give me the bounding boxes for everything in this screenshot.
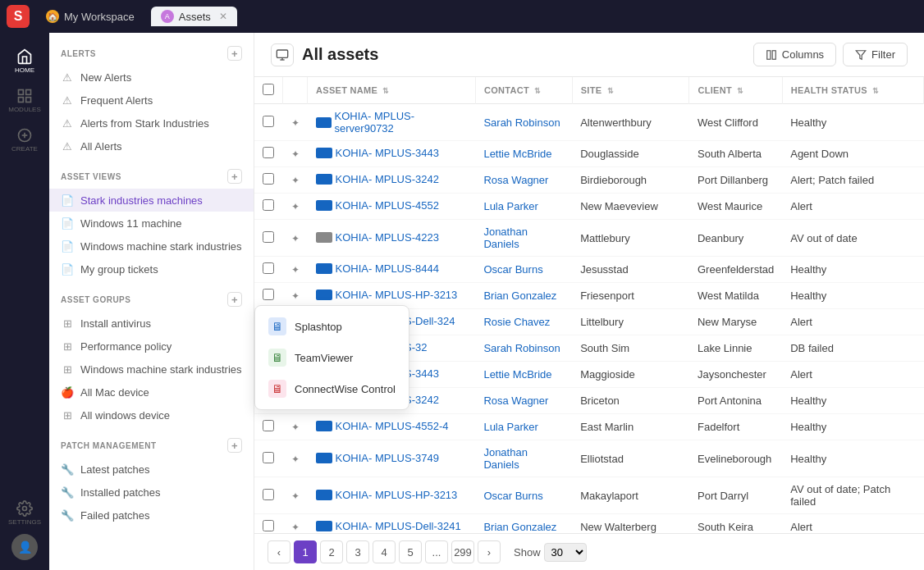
row-checkbox[interactable] (263, 262, 274, 274)
asset-views-section: ASSET VIEWS + 📄 Stark industries machine… (49, 164, 254, 280)
show-count-select[interactable]: 30 50 100 (544, 543, 587, 562)
asset-name-link[interactable]: KOHIA- MPLUS-4552-4 (336, 420, 449, 432)
page-1-button[interactable]: 1 (294, 540, 317, 563)
win-stark-icon: 📄 (61, 239, 74, 253)
show-select-wrap: Show 30 50 100 (514, 543, 587, 562)
user-avatar[interactable]: 👤 (11, 534, 38, 560)
health-cell: AV out of date; Patch failed (782, 477, 923, 514)
sidebar-item-stark-alerts[interactable]: ⚠ Alerts from Stark Industries (49, 112, 254, 135)
site-cell: Jesusstad (572, 257, 689, 283)
nav-settings[interactable]: SETTINGS (7, 495, 43, 531)
page-3-button[interactable]: 3 (346, 540, 369, 563)
sidebar-item-stark-machines[interactable]: 📄 Stark industries machines (49, 189, 254, 212)
asset-name-link[interactable]: KOHIA- MPLUS-server90732 (335, 110, 468, 135)
nav-create[interactable]: CREATE (7, 121, 43, 157)
sidebar-item-antivirus[interactable]: ⊞ Install antivirus (49, 312, 254, 335)
page-title-wrap: All assets (271, 43, 378, 66)
asset-views-add-button[interactable]: + (227, 169, 242, 184)
sidebar-item-group-tickets[interactable]: 📄 My group tickets (49, 258, 254, 280)
prev-page-button[interactable]: ‹ (268, 540, 290, 563)
health-cell: Alert (782, 194, 923, 220)
sidebar-item-win-stark[interactable]: 📄 Windows machine stark industries (49, 235, 254, 258)
sidebar-item-win-stark-group[interactable]: ⊞ Windows machine stark industries (49, 358, 254, 381)
asset-name-link[interactable]: KOHIA- MPLUS-HP-3213 (336, 489, 458, 501)
splashtop-option[interactable]: 🖥 Splashtop (255, 311, 409, 342)
columns-button[interactable]: Columns (753, 43, 836, 66)
sidebar-item-win11[interactable]: 📄 Windows 11 machine (49, 212, 254, 235)
asset-name-link[interactable]: KOHIA- MPLUS-HP-3213 (336, 289, 458, 301)
contact-cell: Jonathan Daniels (475, 440, 572, 477)
asset-name-link[interactable]: KOHIA- MPLUS-Dell-3241 (336, 520, 461, 532)
asset-name-link[interactable]: KOHIA- MPLUS-4223 (336, 231, 439, 244)
row-checkbox[interactable] (263, 289, 274, 300)
table-row: ✦ KOHIA- MPLUS-4552 Lula Parker New Maev… (254, 194, 924, 220)
status-icon: ✦ (291, 233, 300, 244)
table-row: ✦ KOHIA- MPLUS-8444 Oscar Burns Jesussta… (254, 257, 924, 283)
col-client: CLIENT ⇅ (689, 77, 782, 104)
row-checkbox[interactable] (263, 452, 274, 463)
site-cell: Elliotstad (572, 440, 689, 477)
col-contact: CONTACT ⇅ (475, 77, 572, 104)
asset-type-icon (316, 290, 332, 300)
row-checkbox[interactable] (263, 231, 274, 243)
asset-name-link[interactable]: KOHIA- MPLUS-4552 (336, 199, 439, 212)
sidebar-item-all-alerts[interactable]: ⚠ All Alerts (49, 135, 254, 157)
next-page-button[interactable]: › (478, 540, 501, 563)
asset-type-icon (316, 521, 332, 531)
svg-rect-8 (277, 50, 287, 57)
all-mac-icon: 🍎 (61, 385, 74, 399)
all-alert-icon: ⚠ (61, 139, 74, 153)
table-row: ✦ KOHIA- MPLUS-4223 Jonathan Daniels Mat… (254, 220, 924, 257)
antivirus-icon: ⊞ (61, 317, 74, 330)
teamviewer-option[interactable]: 🖥 TeamViewer (255, 342, 409, 373)
asset-type-icon (316, 174, 332, 185)
page-299-button[interactable]: 299 (451, 540, 474, 563)
assets-tab-close[interactable]: ✕ (219, 11, 227, 22)
tab-my-workspace[interactable]: 🏠 My Workspace (36, 7, 144, 26)
all-mac-label: All Mac device (80, 386, 149, 399)
content-header: All assets Columns Filter (254, 33, 924, 77)
sidebar-item-all-mac[interactable]: 🍎 All Mac device (49, 381, 254, 404)
sidebar-item-latest-patches[interactable]: 🔧 Latest patches (49, 458, 254, 481)
nav-home[interactable]: HOME (7, 43, 43, 79)
svg-rect-12 (772, 50, 775, 59)
tab-assets[interactable]: A Assets ✕ (151, 7, 237, 26)
sidebar-item-perf-policy[interactable]: ⊞ Performance policy (49, 335, 254, 358)
asset-name-link[interactable]: KOHIA- MPLUS-8444 (336, 262, 439, 275)
site-cell: Briceton (572, 388, 689, 414)
status-icon: ✦ (291, 201, 300, 212)
asset-type-icon (316, 232, 332, 243)
asset-name-link[interactable]: KOHIA- MPLUS-3443 (336, 147, 439, 159)
connectwise-option[interactable]: 🖥 ConnectWise Control (255, 373, 409, 404)
alerts-add-button[interactable]: + (227, 46, 242, 61)
row-checkbox[interactable] (263, 173, 274, 185)
row-checkbox[interactable] (263, 147, 274, 158)
health-cell: DB failed (782, 335, 923, 362)
page-2-button[interactable]: 2 (320, 540, 343, 563)
filter-button[interactable]: Filter (843, 43, 908, 66)
sidebar-item-all-windows[interactable]: ⊞ All windows device (49, 404, 254, 426)
nav-modules[interactable]: MODULES (7, 82, 43, 118)
sidebar-item-failed-patches[interactable]: 🔧 Failed patches (49, 504, 254, 527)
svg-rect-2 (19, 97, 24, 102)
asset-name-link[interactable]: KOHIA- MPLUS-3242 (336, 173, 439, 185)
page-4-button[interactable]: 4 (373, 540, 396, 563)
row-checkbox[interactable] (263, 116, 274, 127)
asset-groups-add-button[interactable]: + (227, 292, 242, 307)
row-checkbox[interactable] (263, 199, 274, 211)
sidebar-item-frequent-alerts[interactable]: ⚠ Frequent Alerts (49, 89, 254, 112)
sidebar-item-new-alerts[interactable]: ⚠ New Alerts (49, 66, 254, 89)
sidebar-item-installed-patches[interactable]: 🔧 Installed patches (49, 481, 254, 504)
site-cell: South Sim (572, 335, 689, 362)
row-checkbox[interactable] (263, 489, 274, 500)
select-all-checkbox[interactable] (263, 84, 274, 95)
assets-tab-icon: A (161, 10, 174, 23)
status-icon: ✦ (291, 454, 300, 465)
patch-add-button[interactable]: + (227, 438, 242, 453)
client-cell: Port Dillanberg (689, 167, 782, 194)
page-5-button[interactable]: 5 (399, 540, 422, 563)
row-checkbox[interactable] (263, 520, 274, 531)
row-checkbox[interactable] (263, 420, 274, 431)
main-content: All assets Columns Filter (254, 33, 924, 570)
asset-name-link[interactable]: KOHIA- MPLUS-3749 (336, 452, 439, 464)
